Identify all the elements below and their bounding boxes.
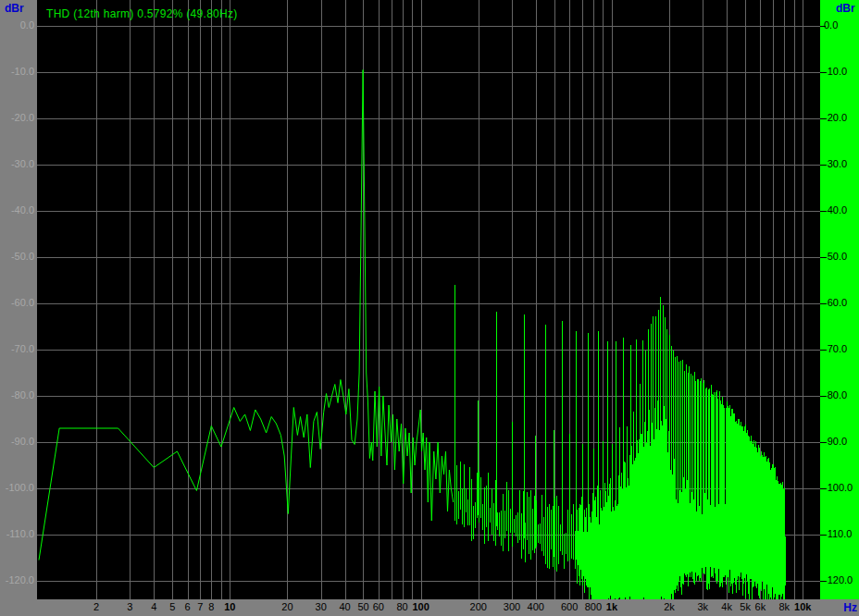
- x-axis-label: 40: [339, 601, 350, 612]
- y-axis-label-right: -100.0: [824, 482, 859, 494]
- x-axis-label: 100: [412, 601, 429, 612]
- y-axis-label-right: -80.0: [824, 389, 859, 401]
- y-axis-label-right: -50.0: [824, 251, 859, 263]
- y-axis-label-right: -10.0: [824, 66, 859, 78]
- x-axis-label: 3k: [697, 601, 708, 612]
- y-axis-label-left: -110.0: [0, 528, 34, 540]
- x-axis-label: 20: [281, 601, 293, 612]
- x-axis-label: 2: [93, 601, 99, 612]
- x-axis-label: 5k: [740, 601, 751, 612]
- x-axis-label: 4k: [721, 601, 732, 612]
- x-axis-label: 6k: [755, 601, 766, 612]
- x-axis-label: 4: [151, 601, 156, 612]
- spectrum-plot: [0, 0, 859, 599]
- y-axis-label-left: -100.0: [0, 482, 34, 494]
- y-axis-label-left: -20.0: [0, 112, 34, 124]
- y-axis-label-right: -70.0: [824, 343, 859, 355]
- x-axis-label: 8k: [778, 601, 790, 612]
- y-axis-label-right: -110.0: [824, 528, 859, 540]
- x-axis-label: 30: [316, 601, 327, 612]
- x-axis-label: 10: [224, 601, 235, 612]
- y-axis-label-right: -90.0: [824, 436, 859, 448]
- x-axis-unit: Hz: [835, 601, 857, 614]
- y-axis-label-left: -40.0: [0, 204, 34, 216]
- y-axis-label-left: -30.0: [0, 158, 34, 170]
- y-axis-label-right: -40.0: [824, 204, 859, 216]
- y-axis-label-left: -120.0: [0, 574, 34, 586]
- x-axis-label: 1k: [606, 601, 617, 612]
- x-axis-label: 6: [184, 601, 190, 612]
- y-axis-unit-right: dBr: [836, 2, 855, 15]
- y-axis-label-left: -80.0: [0, 389, 34, 401]
- spectrum-analyzer-window: dBr dBr Hz THD (12th harm) 0.5792% (49.8…: [0, 0, 859, 616]
- x-axis-label: 7: [197, 601, 203, 612]
- x-axis-label: 60: [373, 601, 384, 612]
- x-axis-label: 50: [357, 601, 368, 612]
- y-axis-label-right: -20.0: [824, 112, 859, 124]
- x-axis-label: 10k: [794, 601, 811, 612]
- x-axis-label: 2k: [664, 601, 675, 612]
- y-axis-label-right: 0.0: [824, 19, 859, 31]
- y-axis-label-left: -90.0: [0, 436, 34, 448]
- x-axis-label: 5: [169, 601, 175, 612]
- x-axis-label: 3: [127, 601, 132, 612]
- x-axis-label: 80: [396, 601, 407, 612]
- y-axis-label-right: -120.0: [824, 574, 859, 586]
- x-axis-label: 200: [470, 601, 487, 612]
- x-axis-label: 600: [561, 601, 578, 612]
- y-axis-label-left: -70.0: [0, 343, 34, 355]
- y-axis-label-left: -50.0: [0, 251, 34, 263]
- x-axis-label: 800: [585, 601, 602, 612]
- y-axis-label-left: -60.0: [0, 297, 34, 309]
- y-axis-unit-left: dBr: [5, 2, 24, 15]
- y-axis-label-right: -60.0: [824, 297, 859, 309]
- x-axis-label: 300: [504, 601, 520, 612]
- y-axis-label-left: 0.0: [0, 19, 34, 31]
- y-axis-label-left: -10.0: [0, 66, 34, 78]
- y-axis-label-right: -30.0: [824, 158, 859, 170]
- x-axis-label: 8: [208, 601, 214, 612]
- measurement-readout: THD (12th harm) 0.5792% (49.80Hz): [46, 7, 238, 20]
- x-axis-label: 400: [528, 601, 544, 612]
